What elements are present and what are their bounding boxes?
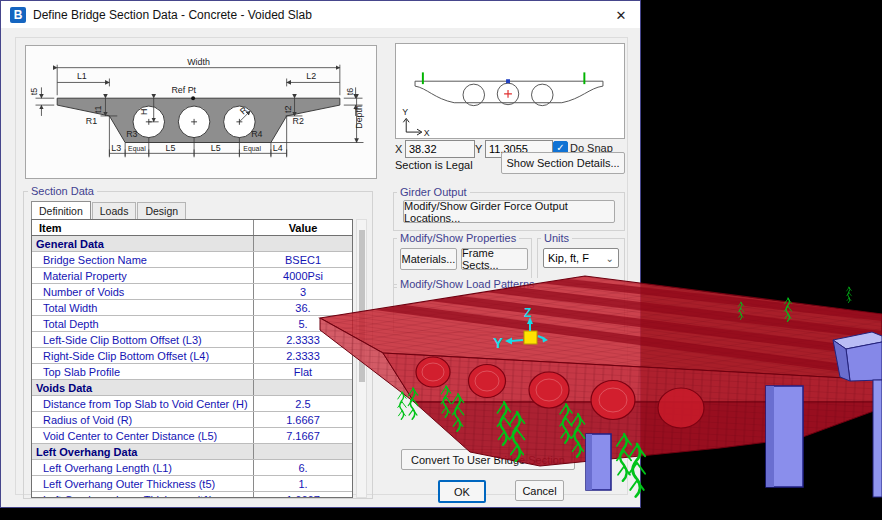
materials-label: Materials... xyxy=(402,253,456,265)
dim-equal2-label: Equal xyxy=(243,145,261,153)
scrollbar-thumb[interactable] xyxy=(359,230,365,382)
value-cell[interactable]: 2.5 xyxy=(254,396,352,411)
table-row[interactable]: Total Depth5. xyxy=(32,316,352,332)
app-icon: B xyxy=(10,7,26,23)
window-title: Define Bridge Section Data - Concrete - … xyxy=(33,8,312,22)
dim-l1-label: L1 xyxy=(77,71,87,81)
dim-t1-label: t1 xyxy=(93,106,103,113)
table-section-row[interactable]: Left Overhang Data xyxy=(32,444,352,460)
column-header-item: Item xyxy=(32,220,254,235)
item-cell: Total Depth xyxy=(32,316,254,331)
table-row[interactable]: Left Overhang Outer Thickness (t5)1. xyxy=(32,476,352,492)
tab-loads[interactable]: Loads xyxy=(92,202,137,219)
materials-button[interactable]: Materials... xyxy=(400,248,457,270)
item-cell: Total Width xyxy=(32,300,254,315)
item-cell: Right-Side Clip Bottom Offset (L4) xyxy=(32,348,254,363)
preview-axis-x-label: X xyxy=(424,128,430,136)
table-header-row: Item Value xyxy=(32,220,352,236)
x-coordinate-value: 38.32 xyxy=(409,143,437,155)
x-coordinate-field[interactable]: 38.32 xyxy=(405,140,475,158)
value-cell[interactable]: 2.3333 xyxy=(254,332,352,347)
value-cell[interactable] xyxy=(254,380,352,395)
table-row[interactable]: Left Overhang Inner Thickness (t1)1.6667 xyxy=(32,492,352,498)
table-row[interactable]: Radius of Void (R)1.6667 xyxy=(32,412,352,428)
item-cell: Left Overhang Data xyxy=(32,444,254,459)
ok-label: OK xyxy=(454,486,470,498)
dim-h-label: H xyxy=(139,109,149,115)
section-data-table: Item Value General DataBridge Section Na… xyxy=(31,219,353,498)
dim-depth-label: Depth xyxy=(355,105,365,129)
dim-l5b-label: L5 xyxy=(211,143,221,153)
value-cell[interactable]: 1.6667 xyxy=(254,492,352,498)
value-cell[interactable]: 1. xyxy=(254,476,352,491)
cross-section-diagram: Width L1 L2 Ref Pt t5 t6 t1 t2 R1 R2 R3 … xyxy=(26,46,374,176)
table-row[interactable]: Left Overhang Length (L1)6. xyxy=(32,460,352,476)
item-cell: Number of Voids xyxy=(32,284,254,299)
column-header-value: Value xyxy=(254,220,352,235)
preview-cursor-cross xyxy=(504,90,512,98)
value-cell[interactable]: Flat xyxy=(254,364,352,379)
cross-section-diagram-box: Width L1 L2 Ref Pt t5 t6 t1 t2 R1 R2 R3 … xyxy=(25,45,377,179)
title-bar[interactable]: B Define Bridge Section Data - Concrete … xyxy=(1,1,640,28)
value-cell[interactable]: 6. xyxy=(254,460,352,475)
cancel-label: Cancel xyxy=(522,485,556,497)
table-row[interactable]: Distance from Top Slab to Void Center (H… xyxy=(32,396,352,412)
value-cell[interactable]: 2.3333 xyxy=(254,348,352,363)
table-scrollbar[interactable] xyxy=(356,219,367,498)
table-section-row[interactable]: General Data xyxy=(32,236,352,252)
section-table-body: General DataBridge Section NameBSEC1Mate… xyxy=(32,236,352,498)
section-preview-drawing: Y X xyxy=(396,44,622,136)
value-cell[interactable] xyxy=(254,236,352,251)
pier-column-right-edge xyxy=(873,380,882,497)
item-cell: Void Center to Center Distance (L5) xyxy=(32,428,254,443)
value-cell[interactable]: 7.1667 xyxy=(254,428,352,443)
table-row[interactable]: Top Slab ProfileFlat xyxy=(32,364,352,380)
value-cell[interactable]: BSEC1 xyxy=(254,252,352,267)
item-cell: Left Overhang Inner Thickness (t1) xyxy=(32,492,254,498)
cancel-button[interactable]: Cancel xyxy=(515,480,564,501)
x-coordinate-label: X xyxy=(395,143,402,155)
chevron-down-icon: ⌄ xyxy=(606,253,614,264)
value-cell[interactable]: 5. xyxy=(254,316,352,331)
item-cell: Distance from Top Slab to Void Center (H… xyxy=(32,396,254,411)
table-row[interactable]: Left-Side Clip Bottom Offset (L3)2.3333 xyxy=(32,332,352,348)
item-cell: Top Slab Profile xyxy=(32,364,254,379)
show-section-details-label: Show Section Details... xyxy=(506,157,619,169)
preview-axis-y-label: Y xyxy=(402,107,408,117)
tab-design[interactable]: Design xyxy=(137,202,186,219)
table-row[interactable]: Right-Side Clip Bottom Offset (L4)2.3333 xyxy=(32,348,352,364)
table-row[interactable]: Total Width36. xyxy=(32,300,352,316)
value-cell[interactable]: 36. xyxy=(254,300,352,315)
dim-l4-label: L4 xyxy=(273,143,283,153)
units-dropdown[interactable]: Kip, ft, F ⌄ xyxy=(543,248,619,268)
dim-t6-label: t6 xyxy=(345,88,355,95)
table-row[interactable]: Material Property4000Psi xyxy=(32,268,352,284)
value-cell[interactable]: 4000Psi xyxy=(254,268,352,283)
value-cell[interactable]: 1.6667 xyxy=(254,412,352,427)
item-cell: Left Overhang Outer Thickness (t5) xyxy=(32,476,254,491)
girder-output-legend: Girder Output xyxy=(397,186,470,198)
frame-sects-button[interactable]: Frame Sects... xyxy=(461,248,528,270)
table-row[interactable]: Void Center to Center Distance (L5)7.166… xyxy=(32,428,352,444)
close-icon[interactable]: ✕ xyxy=(612,6,630,24)
section-preview-box[interactable]: Y X xyxy=(395,43,625,139)
girder-force-output-button[interactable]: Modify/Show Girder Force Output Location… xyxy=(403,200,615,223)
item-cell: Radius of Void (R) xyxy=(32,412,254,427)
preview-ref-point xyxy=(506,79,510,83)
preview-axis-icon xyxy=(403,118,422,135)
value-cell[interactable] xyxy=(254,444,352,459)
tab-definition[interactable]: Definition xyxy=(31,201,91,219)
table-section-row[interactable]: Voids Data xyxy=(32,380,352,396)
corner-r3-label: R3 xyxy=(126,129,137,139)
item-cell: Material Property xyxy=(32,268,254,283)
table-row[interactable]: Bridge Section NameBSEC1 xyxy=(32,252,352,268)
value-cell[interactable]: 3 xyxy=(254,284,352,299)
ok-button[interactable]: OK xyxy=(438,480,486,503)
girder-force-output-label: Modify/Show Girder Force Output Location… xyxy=(404,200,614,224)
units-value: Kip, ft, F xyxy=(548,252,589,264)
show-section-details-button[interactable]: Show Section Details... xyxy=(501,152,625,174)
item-cell: Left Overhang Length (L1) xyxy=(32,460,254,475)
table-row[interactable]: Number of Voids3 xyxy=(32,284,352,300)
dim-l2-label: L2 xyxy=(306,71,316,81)
convert-to-user-bridge-section-button[interactable]: Convert To User Bridge Section xyxy=(401,449,575,470)
